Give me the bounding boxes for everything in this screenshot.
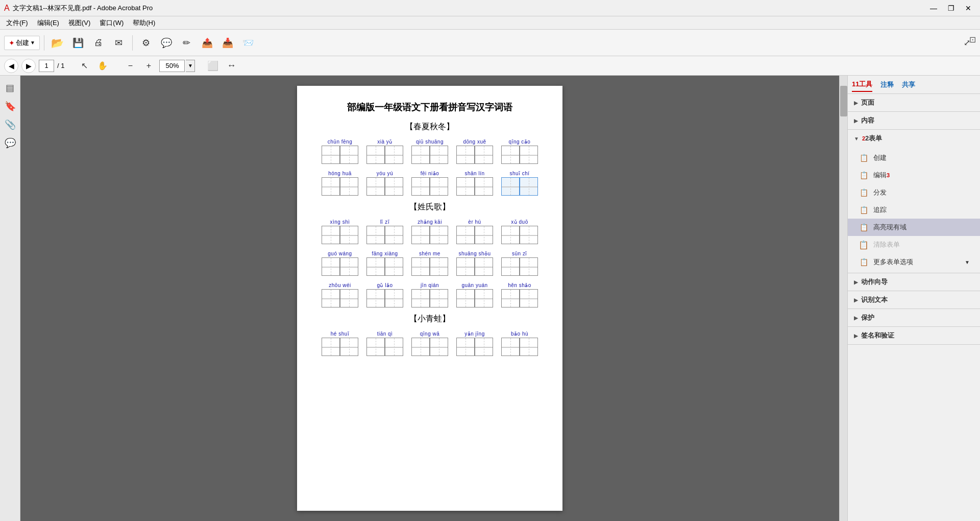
sidebar-bookmark-icon[interactable]: 🔖 <box>2 98 18 114</box>
menu-file[interactable]: 文件(F) <box>2 17 32 29</box>
vertical-scrollbar[interactable] <box>839 76 847 521</box>
edit-button[interactable]: ✏ <box>178 34 196 52</box>
pdf-main-title: 部编版一年级语文下册看拼音写汉字词语 <box>317 101 542 113</box>
section-recognize-text: ▶ 识别文本 <box>848 291 980 309</box>
word-group: zhǎng kāi <box>407 218 452 244</box>
char-box <box>411 257 430 276</box>
char-box <box>366 338 385 356</box>
char-box <box>456 289 475 307</box>
fit-page-button[interactable]: ⬜ <box>205 59 220 73</box>
char-box <box>520 226 538 244</box>
minimize-button[interactable]: — <box>926 3 941 14</box>
tab-comments[interactable]: 注释 <box>880 78 894 91</box>
title-bar: A 文字文稿1--林深不见鹿.pdf - Adobe Acrobat Pro —… <box>0 0 980 16</box>
next-page-button[interactable]: ▶ <box>21 59 36 73</box>
sidebar-comment-icon[interactable]: 💬 <box>2 135 18 151</box>
panel-toggle-icon[interactable]: ⊡ <box>965 33 980 46</box>
comment-button[interactable]: 💬 <box>157 34 176 52</box>
word-group: qīng wā <box>407 329 452 356</box>
char-box <box>366 146 385 164</box>
zoom-in-button[interactable]: + <box>141 59 156 73</box>
section-form: ▼ 22表单 📋 创建 📋 编辑3 <box>848 130 980 273</box>
char-boxes <box>456 146 493 164</box>
char-boxes <box>322 289 358 307</box>
form-track-item[interactable]: 📋 追踪 <box>848 201 980 219</box>
email-button[interactable]: ✉ <box>110 34 128 52</box>
export-button[interactable]: 📨 <box>239 34 257 52</box>
zoom-input[interactable] <box>159 60 185 72</box>
save-button[interactable]: 💾 <box>69 34 87 52</box>
create-button[interactable]: ✦ 创建 ▼ <box>4 36 40 50</box>
close-button[interactable]: ✕ <box>961 3 976 14</box>
fit-width-button[interactable]: ↔ <box>224 59 239 73</box>
menu-view[interactable]: 视图(V) <box>64 17 94 29</box>
char-box <box>340 146 358 164</box>
char-box <box>475 146 493 164</box>
form-highlight-label: 高亮现有域 <box>873 223 906 232</box>
section-content-header[interactable]: ▶ 内容 <box>848 112 980 129</box>
char-box <box>430 226 448 244</box>
form-distribute-item[interactable]: 📋 分发 <box>848 184 980 201</box>
word-group: qiū shuāng <box>407 137 452 164</box>
form-more-item[interactable]: 📋 更多表单选项 ▼ <box>848 253 980 271</box>
section-protect-header[interactable]: ▶ 保护 <box>848 309 980 326</box>
menu-edit[interactable]: 编辑(E) <box>33 17 63 29</box>
word-group: hěn shǎo <box>497 281 542 307</box>
char-box <box>475 338 493 356</box>
section-form-header[interactable]: ▼ 22表单 <box>848 130 980 147</box>
sidebar-attachment-icon[interactable]: 📎 <box>2 116 18 133</box>
char-box <box>340 257 358 276</box>
pinyin-row-1-1: guó wáng fāng xiàng shén me <box>317 249 542 276</box>
share-right-button[interactable]: 📥 <box>218 34 237 52</box>
sidebar-page-icon[interactable]: ▤ <box>2 80 18 96</box>
menu-window[interactable]: 窗口(W) <box>95 17 128 29</box>
char-boxes <box>456 177 493 196</box>
cursor-tool-button[interactable]: ↖ <box>77 59 92 73</box>
section-action-wizard-header[interactable]: ▶ 动作向导 <box>848 273 980 291</box>
form-edit-item[interactable]: 📋 编辑3 <box>848 167 980 184</box>
section-sign-header[interactable]: ▶ 签名和验证 <box>848 327 980 344</box>
form-edit-label: 编辑3 <box>873 171 890 180</box>
pinyin-text: qīng wā <box>420 329 440 337</box>
section-content: ▶ 内容 <box>848 112 980 130</box>
char-boxes <box>501 289 538 307</box>
section-content-label: 内容 <box>861 116 874 125</box>
pdf-viewer[interactable]: 部编版一年级语文下册看拼音写汉字词语 【春夏秋冬】 chūn fēng xià … <box>20 76 839 521</box>
char-box <box>411 338 430 356</box>
section-recognize-text-header[interactable]: ▶ 识别文本 <box>848 291 980 309</box>
pinyin-row-2-0: hé shuǐ tiān qì qīng wā <box>317 329 542 356</box>
scroll-thumb[interactable] <box>840 86 847 116</box>
menu-help[interactable]: 帮助(H) <box>129 17 159 29</box>
settings-button[interactable]: ⚙ <box>137 34 155 52</box>
section-title-0: 【春夏秋冬】 <box>317 122 542 132</box>
nav-bar: ◀ ▶ / 1 ↖ ✋ − + ▼ ⬜ ↔ <box>0 56 980 76</box>
char-boxes <box>322 146 358 164</box>
char-box <box>366 257 385 276</box>
prev-page-button[interactable]: ◀ <box>4 59 18 73</box>
page-number-input[interactable] <box>39 60 54 72</box>
word-group: yóu yú <box>362 169 407 196</box>
char-box <box>501 289 520 307</box>
zoom-dropdown[interactable]: ▼ <box>186 60 195 72</box>
char-box <box>456 226 475 244</box>
form-highlight-item[interactable]: 📋 高亮现有域 <box>848 219 980 236</box>
restore-button[interactable]: ❐ <box>943 3 959 14</box>
form-more-label: 更多表单选项 <box>873 257 913 267</box>
char-boxes <box>366 177 403 196</box>
triangle-icon: ▶ <box>854 297 858 303</box>
char-box <box>322 257 340 276</box>
hand-tool-button[interactable]: ✋ <box>95 59 110 73</box>
form-create-item[interactable]: 📋 创建 <box>848 149 980 167</box>
pinyin-row-1-0: xìng shì lǐ zǐ zhǎng kāi <box>317 218 542 244</box>
char-box <box>366 177 385 196</box>
section-page-header[interactable]: ▶ 页面 <box>848 94 980 111</box>
tab-share[interactable]: 共享 <box>902 78 915 91</box>
char-box <box>411 146 430 164</box>
word-group: qīng cǎo <box>497 137 542 164</box>
zoom-out-button[interactable]: − <box>122 59 138 73</box>
tab-tools[interactable]: 11工具 <box>852 77 872 92</box>
print-button[interactable]: 🖨 <box>89 34 108 52</box>
open-button[interactable]: 📂 <box>48 34 67 52</box>
pinyin-row-0-0: chūn fēng xià yǔ qiū shuāng <box>317 137 542 164</box>
share-left-button[interactable]: 📤 <box>198 34 216 52</box>
